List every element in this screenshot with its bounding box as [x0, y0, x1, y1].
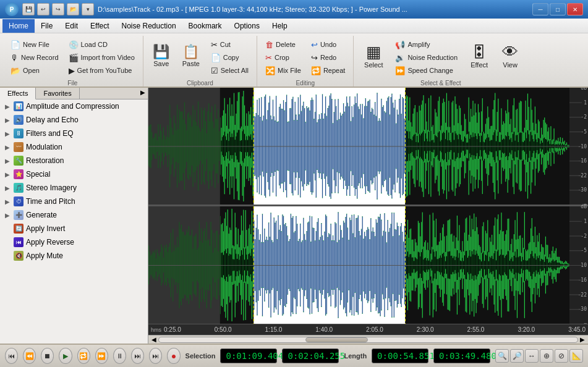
- amplify-icon: 📢: [395, 40, 405, 49]
- zoom-in-btn[interactable]: 🔍: [495, 349, 509, 363]
- zoom-ruler-btn[interactable]: 📐: [569, 349, 583, 363]
- transport-pause-btn[interactable]: ⏸: [113, 348, 126, 364]
- new-file-button[interactable]: 📄 New File: [6, 38, 63, 51]
- transport-loop-btn[interactable]: 🔁: [77, 348, 90, 364]
- quick-redo-btn[interactable]: ↪: [52, 3, 64, 15]
- close-button[interactable]: ✕: [567, 3, 583, 15]
- menu-effect[interactable]: Effect: [84, 19, 115, 33]
- menu-home[interactable]: Home: [2, 19, 35, 33]
- redo-icon: ↪: [311, 53, 318, 62]
- repeat-button[interactable]: 🔁 Repeat: [307, 64, 349, 77]
- zoom-out-btn[interactable]: 🔎: [510, 349, 524, 363]
- list-item[interactable]: ▶ 📊 Amplitude and Compression: [0, 99, 148, 113]
- filter-label: Filters and EQ: [26, 129, 74, 138]
- scroll-left-btn[interactable]: ◀: [150, 336, 158, 343]
- tab-favorites[interactable]: Favorites: [36, 88, 79, 99]
- transport-rewind-btn[interactable]: ⏪: [23, 348, 36, 364]
- minimize-button[interactable]: ─: [532, 3, 548, 15]
- list-item[interactable]: ▶ 🎚 Filters and EQ: [0, 127, 148, 140]
- sidebar-scroll-btn[interactable]: ▶: [138, 88, 148, 99]
- transport-play-btn[interactable]: ▶: [59, 348, 72, 364]
- menu-edit[interactable]: Edit: [59, 19, 84, 33]
- menu-file[interactable]: File: [35, 19, 59, 33]
- noise-reduction-label: Noise Reduction: [407, 54, 458, 61]
- menu-help[interactable]: Help: [266, 19, 294, 33]
- generate-label: Generate: [26, 211, 57, 219]
- waveform-canvas[interactable]: [148, 88, 588, 324]
- crop-button[interactable]: ✂ Crop: [261, 51, 305, 64]
- scrollbar-thumb[interactable]: [305, 337, 369, 342]
- transport-stop-btn[interactable]: ⏹: [41, 348, 54, 364]
- new-record-button[interactable]: 🎙 New Record: [6, 51, 63, 64]
- list-item[interactable]: ▶ 🔧 Restoration: [0, 154, 148, 167]
- time-pitch-label: Time and Pitch: [26, 197, 75, 206]
- mix-file-label: Mix File: [278, 67, 301, 74]
- select-all-icon: ☑: [211, 66, 218, 75]
- list-item[interactable]: ▶ ⏱ Time and Pitch: [0, 195, 148, 208]
- paste-label: Paste: [182, 60, 200, 67]
- delete-button[interactable]: 🗑 Delete: [261, 38, 305, 51]
- cut-button[interactable]: ✂ Cut: [207, 38, 253, 51]
- ruler-mark: 1:15.0: [265, 326, 283, 333]
- clipboard-col: ✂ Cut 📄 Copy ☑ Select All: [207, 37, 253, 77]
- transport-forward-btn[interactable]: ⏩: [95, 348, 108, 364]
- time-pitch-icon: ⏱: [14, 196, 23, 206]
- scrollbar-track[interactable]: [158, 337, 578, 343]
- tab-effects[interactable]: Effects: [0, 88, 36, 99]
- list-item[interactable]: ▶ 🔄 Apply Invert: [0, 222, 148, 235]
- select-all-button[interactable]: ☑ Select All: [207, 64, 253, 77]
- quick-undo-btn[interactable]: ↩: [37, 3, 49, 15]
- delay-icon: 🔊: [14, 115, 23, 125]
- effect-large-button[interactable]: 🎛 Effect: [463, 37, 495, 75]
- list-item[interactable]: ▶ ➕ Generate: [0, 208, 148, 222]
- zoom-fit-btn[interactable]: ↔: [525, 349, 539, 363]
- zoom-selection-btn[interactable]: ⊕: [540, 349, 553, 363]
- get-youtube-button[interactable]: ▶ Get from YouTube: [64, 64, 139, 77]
- transport-prev-btn[interactable]: ⏮: [5, 348, 18, 364]
- ruler-mark: 0:50.0: [215, 326, 232, 333]
- effect-label: Effect: [471, 61, 488, 69]
- list-item[interactable]: ▶ 〰 Modulation: [0, 140, 148, 154]
- editing-group-label: Editing: [296, 80, 315, 86]
- list-item[interactable]: ▶ 🔊 Delay and Echo: [0, 113, 148, 127]
- load-cd-button[interactable]: 💿 Load CD: [64, 38, 139, 51]
- menu-noise-reduction[interactable]: Noise Reduction: [116, 19, 182, 33]
- import-video-button[interactable]: 🎬 Import from Video: [64, 51, 139, 64]
- undo-button[interactable]: ↩ Undo: [307, 38, 349, 51]
- speed-change-button[interactable]: ⏩ Speed Change: [391, 64, 462, 77]
- record-button[interactable]: ●: [167, 348, 180, 364]
- quick-save-btn[interactable]: 💾: [22, 3, 35, 15]
- expand-arrow-icon: ▶: [5, 185, 11, 192]
- list-item[interactable]: ▶ ⭐ Special: [0, 167, 148, 181]
- scroll-right-btn[interactable]: ▶: [578, 336, 587, 343]
- list-item[interactable]: ▶ 🎵 Stereo Imagery: [0, 181, 148, 195]
- zoom-reset-btn[interactable]: ⊘: [555, 349, 568, 363]
- ruler-mark: 2:05.0: [366, 326, 383, 333]
- menu-bookmark[interactable]: Bookmark: [182, 19, 228, 33]
- open-button[interactable]: 📂 Open: [6, 64, 63, 77]
- mix-file-button[interactable]: 🔀 Mix File: [261, 64, 305, 77]
- horizontal-scrollbar[interactable]: ◀ ▶: [148, 335, 588, 344]
- effects-tab-label: Effects: [7, 90, 28, 97]
- transport-next-btn[interactable]: ⏭: [131, 348, 144, 364]
- save-button[interactable]: 💾 Save: [147, 37, 176, 75]
- open-icon: 📂: [11, 66, 20, 75]
- quick-dropdown-btn[interactable]: ▾: [82, 3, 94, 15]
- paste-button[interactable]: 📋 Paste: [177, 37, 205, 75]
- waveform-area[interactable]: hms 0:25.0 0:50.0 1:15.0 1:40.0 2:05.0 2…: [148, 88, 588, 344]
- modulation-label: Modulation: [26, 143, 62, 151]
- view-large-button[interactable]: 👁 View: [496, 37, 524, 75]
- list-item[interactable]: ▶ ⏮ Apply Reverse: [0, 235, 148, 249]
- list-item[interactable]: ▶ 🔇 Apply Mute: [0, 249, 148, 263]
- menu-options[interactable]: Options: [228, 19, 266, 33]
- quick-open-btn[interactable]: 📂: [67, 3, 79, 15]
- copy-button[interactable]: 📄 Copy: [207, 51, 253, 64]
- transport-end-btn[interactable]: ⏭: [149, 348, 162, 364]
- favorites-tab-label: Favorites: [43, 90, 71, 97]
- maximize-button[interactable]: □: [550, 3, 566, 15]
- redo-button[interactable]: ↪ Redo: [307, 51, 349, 64]
- amplify-button[interactable]: 📢 Amplify: [391, 38, 462, 51]
- select-large-button[interactable]: ▦ Select: [357, 37, 390, 75]
- noise-reduction-button[interactable]: 🔉 Noise Reduction: [391, 51, 462, 64]
- file-col1: 📄 New File 🎙 New Record 📂 Open: [6, 37, 63, 77]
